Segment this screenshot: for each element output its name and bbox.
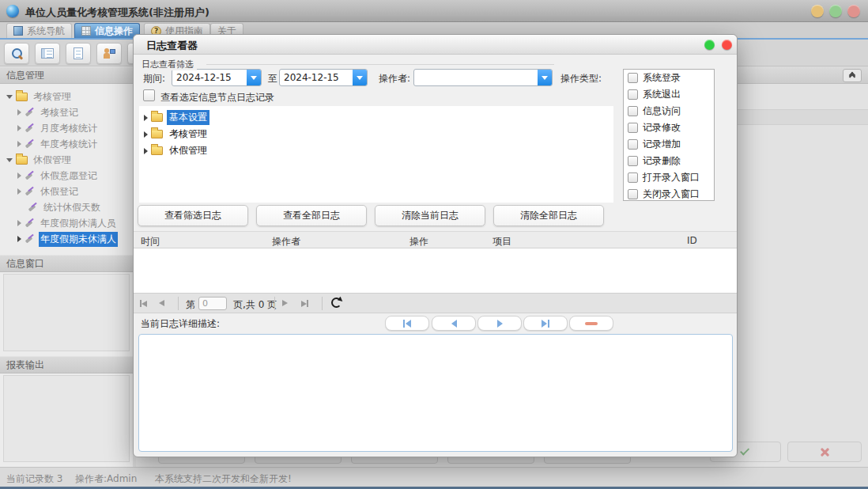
sidebar-item-yearly-stats[interactable]: 年度考核统计	[0, 136, 133, 152]
sidebar-item-leave-mgmt[interactable]: 休假管理	[0, 152, 133, 168]
record-next-button[interactable]	[477, 316, 522, 331]
window-close-button[interactable]	[847, 5, 860, 17]
clear-all-logs-button[interactable]: 清除全部日志	[493, 205, 604, 226]
checkbox-icon[interactable]	[628, 139, 638, 150]
op-type-option-label: 记录修改	[643, 121, 681, 135]
chevron-right-icon[interactable]	[144, 148, 148, 154]
checkbox-icon[interactable]	[628, 89, 638, 100]
chevron-right-icon[interactable]	[17, 236, 21, 242]
op-type-option[interactable]: 记录修改	[624, 119, 714, 136]
checkbox-icon[interactable]	[628, 73, 638, 83]
chevron-right-icon[interactable]	[17, 109, 21, 116]
record-delete-button[interactable]	[569, 316, 613, 331]
detail-description-label: 当前日志详细描述:	[141, 317, 220, 331]
column-header-id[interactable]: ID	[687, 235, 697, 246]
chevron-right-icon[interactable]	[17, 220, 21, 226]
op-type-label: 操作类型:	[560, 72, 602, 85]
op-type-option[interactable]: 系统登录	[624, 70, 714, 86]
folder-icon	[16, 156, 28, 165]
chevron-down-icon	[542, 76, 548, 80]
dialog-maximize-button[interactable]	[704, 40, 715, 50]
form-view-button[interactable]	[35, 43, 60, 64]
sidebar-item-assessment-register[interactable]: 考核登记	[0, 104, 133, 120]
dropdown-button[interactable]	[538, 70, 552, 85]
next-page-button[interactable]	[282, 300, 288, 306]
square-icon	[13, 26, 23, 36]
checkbox-icon[interactable]	[628, 156, 638, 166]
view-all-logs-button[interactable]: 查看全部日志	[256, 205, 367, 226]
chevron-right-icon[interactable]	[17, 125, 21, 131]
window-maximize-button[interactable]	[829, 5, 842, 17]
page-number-input[interactable]	[198, 297, 227, 310]
clear-current-logs-button[interactable]: 清除当前日志	[375, 205, 485, 226]
sidebar-header-info-window[interactable]: 信息窗口	[0, 255, 133, 272]
sidebar-item-leave-full[interactable]: 年度假期休满人员	[0, 215, 133, 231]
op-type-option[interactable]: 关闭录入窗口	[624, 186, 714, 201]
record-first-button[interactable]	[385, 316, 429, 331]
tree-item-label: 统计休假天数	[42, 200, 102, 215]
cancel-button[interactable]	[787, 442, 862, 462]
sidebar-item-monthly-stats[interactable]: 月度考核统计	[0, 120, 133, 136]
dialog-tree-item-assessment-mgmt[interactable]: 考核管理	[144, 126, 209, 142]
op-type-option[interactable]: 打开录入窗口	[624, 169, 714, 186]
tab-system-nav[interactable]: 系统导航	[6, 23, 72, 38]
search-button[interactable]	[4, 43, 29, 64]
sidebar-item-leave-not-full[interactable]: 年度假期未休满人	[0, 231, 133, 247]
column-header-operator[interactable]: 操作者	[272, 235, 300, 248]
chevron-right-icon[interactable]	[144, 131, 148, 138]
prev-page-button[interactable]	[159, 300, 164, 306]
refresh-icon[interactable]	[331, 298, 342, 308]
checkbox-icon[interactable]	[628, 106, 638, 116]
divider	[274, 297, 275, 310]
sidebar-item-assessment-mgmt[interactable]: 考核管理	[0, 89, 133, 104]
column-header-time[interactable]: 时间	[141, 235, 160, 248]
record-last-button[interactable]	[523, 316, 568, 331]
window-minimize-button[interactable]	[811, 5, 824, 17]
chevron-down-icon[interactable]	[6, 158, 13, 162]
node-filter-checkbox[interactable]	[143, 89, 155, 101]
chevron-right-icon[interactable]	[144, 115, 148, 121]
checkbox-icon[interactable]	[628, 123, 638, 133]
dropdown-button[interactable]	[353, 70, 367, 85]
chevron-right-icon[interactable]	[17, 141, 21, 147]
checkbox-icon[interactable]	[628, 189, 638, 199]
op-type-option[interactable]: 信息访问	[624, 103, 714, 119]
document-button[interactable]	[66, 43, 91, 64]
date-from-select[interactable]: 2024-12-15	[172, 69, 262, 86]
tab-info-operation[interactable]: 信息操作	[74, 23, 140, 38]
op-type-option[interactable]: 记录删除	[624, 153, 714, 169]
dialog-close-button[interactable]	[722, 40, 732, 50]
button-label: 查看全部日志	[283, 209, 340, 222]
node-filter-label: 查看选定信息节点日志记录	[160, 91, 274, 104]
last-page-button[interactable]	[301, 300, 308, 307]
operator-select[interactable]	[413, 69, 553, 86]
person-report-button[interactable]	[96, 43, 122, 64]
view-filtered-logs-button[interactable]: 查看筛选日志	[138, 205, 248, 226]
dropdown-button[interactable]	[247, 70, 261, 85]
checkbox-icon[interactable]	[628, 172, 638, 183]
sidebar-item-leave-register[interactable]: 休假登记	[0, 184, 133, 199]
detail-description-textarea[interactable]	[138, 334, 733, 452]
column-header-project[interactable]: 项目	[492, 235, 511, 248]
chevron-right-icon[interactable]	[17, 188, 21, 195]
date-to-select[interactable]: 2024-12-15	[279, 69, 368, 86]
op-type-option[interactable]: 系统退出	[624, 86, 714, 103]
chevron-down-icon	[357, 76, 363, 80]
sidebar-item-leave-days-stats[interactable]: 统计休假天数	[0, 199, 133, 215]
sidebar-header-label: 信息管理	[6, 69, 44, 82]
sidebar-header-report-output[interactable]: 报表输出	[0, 356, 133, 373]
record-prev-button[interactable]	[432, 316, 476, 331]
chevron-right-icon[interactable]	[17, 172, 21, 179]
collapse-panel-button[interactable]	[843, 69, 862, 82]
dialog-tree-item-basic-settings[interactable]: 基本设置	[144, 109, 209, 126]
sidebar-header-info-management[interactable]: 信息管理	[0, 66, 133, 84]
sidebar-item-leave-wish[interactable]: 休假意愿登记	[0, 168, 133, 184]
app-window: 单位人员量化考核管理系统(非注册用户) 系统导航 信息操作 ? 使用指南 关于	[0, 0, 868, 489]
dialog-tree-item-leave-mgmt[interactable]: 休假管理	[144, 142, 209, 159]
op-type-option[interactable]: 记录增加	[624, 136, 714, 153]
tree-item-label: 年度考核统计	[39, 137, 99, 152]
tree-item-label: 休假管理	[32, 153, 73, 168]
column-header-operation[interactable]: 操作	[409, 235, 428, 248]
first-page-button[interactable]	[140, 300, 147, 307]
chevron-down-icon[interactable]	[6, 95, 13, 99]
